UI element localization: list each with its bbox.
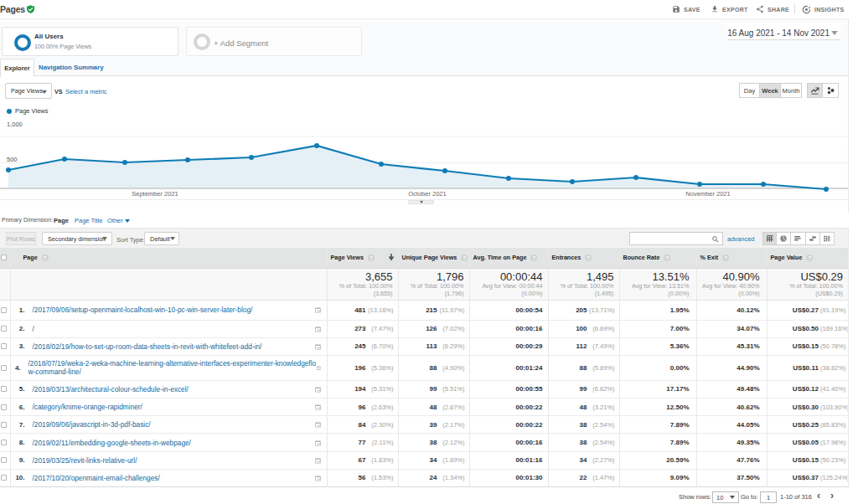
svg-text:500: 500 [7,156,18,163]
svg-text:1,000: 1,000 [7,121,23,128]
svg-text:October 2021: October 2021 [408,190,446,198]
svg-text:September 2021: September 2021 [132,190,178,198]
svg-text:November 2021: November 2021 [685,190,730,198]
